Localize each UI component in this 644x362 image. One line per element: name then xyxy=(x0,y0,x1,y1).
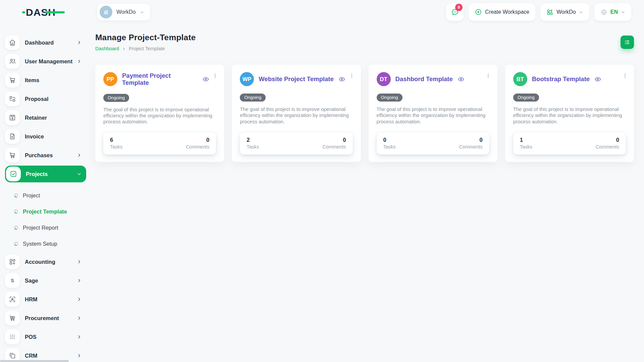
floppy-icon xyxy=(5,110,20,125)
swap-squares-icon xyxy=(5,92,20,106)
sidebar-subitem-project-report[interactable]: Project Report xyxy=(14,220,86,236)
card-title-link[interactable]: Payment Project Template xyxy=(122,72,198,86)
card-description: The goal of this project is to improve o… xyxy=(240,106,353,125)
sidebar-subitem-project[interactable]: Project xyxy=(14,187,86,203)
create-workspace-button[interactable]: Create Workspace xyxy=(469,3,535,21)
grid-plus-icon xyxy=(5,254,20,269)
kebab-menu-icon[interactable] xyxy=(485,71,492,80)
avatar: DT xyxy=(377,72,391,86)
comments-label: Comments xyxy=(596,144,619,149)
sidebar-subitem-project-template[interactable]: Project Template xyxy=(14,203,86,220)
comments-count: 0 xyxy=(322,137,346,143)
dash-logo[interactable]: DASH xyxy=(22,5,65,19)
check-square-icon xyxy=(6,167,21,181)
list-view-button[interactable] xyxy=(621,36,634,49)
status-badge: Ongoing xyxy=(377,94,402,102)
sidebar-item-label: CRM xyxy=(25,353,38,359)
eye-icon[interactable] xyxy=(202,76,209,83)
sidebar-item-hrm[interactable]: HRM xyxy=(5,292,86,307)
sidebar-item-user-management[interactable]: User Management xyxy=(5,54,86,69)
project-template-cards: PP Payment Project Template Ongoing The … xyxy=(95,65,634,162)
project-template-card: PP Payment Project Template Ongoing The … xyxy=(95,65,224,162)
building-icon xyxy=(102,8,110,16)
language-label: EN xyxy=(610,9,618,15)
breadcrumb: Dashboard Project Template xyxy=(95,46,196,51)
kebab-menu-icon[interactable] xyxy=(211,71,219,80)
sidebar-item-dashboard[interactable]: Dashboard xyxy=(5,35,86,50)
chevron-right-icon xyxy=(122,47,126,51)
user-focus-icon xyxy=(5,292,20,307)
chevron-right-icon xyxy=(77,335,82,339)
app-selector[interactable]: WorkDo xyxy=(540,3,589,21)
sidebar-item-sage[interactable]: S Sage xyxy=(5,273,86,288)
workspace-avatar xyxy=(100,6,112,18)
grid-plus-icon xyxy=(546,9,553,16)
sidebar-item-label: Projects xyxy=(26,171,48,177)
tasks-count: 2 xyxy=(247,137,259,143)
card-stats: 2 Tasks 0 Comments xyxy=(240,132,353,155)
comments-count: 0 xyxy=(186,137,209,143)
card-stats: 1 Tasks 0 Comments xyxy=(513,132,626,155)
project-template-card: WP Website Project Template Ongoing The … xyxy=(232,65,361,162)
kebab-menu-icon[interactable] xyxy=(621,71,629,80)
sidebar-item-retainer[interactable]: Retainer xyxy=(5,110,86,125)
tasks-label: Tasks xyxy=(247,144,259,149)
sidebar-item-pos[interactable]: POS xyxy=(5,329,86,344)
sidebar-item-proposal[interactable]: Proposal xyxy=(5,92,86,106)
sidebar-item-label: POS xyxy=(25,334,37,340)
sidebar-item-label: Dashboard xyxy=(25,40,54,46)
sidebar-item-purchases[interactable]: Purchases xyxy=(5,148,86,163)
svg-text:S: S xyxy=(11,278,14,283)
chevron-right-icon xyxy=(77,59,82,64)
scrollbar[interactable] xyxy=(0,360,69,362)
sidebar-item-label: Sage xyxy=(25,278,38,284)
sidebar-item-label: Invoice xyxy=(25,133,44,140)
sidebar-item-accounting[interactable]: Accounting xyxy=(5,254,86,269)
sidebar-item-projects[interactable]: Projects xyxy=(5,166,86,182)
comments-label: Comments xyxy=(459,144,483,149)
project-template-card: BT Bootstrap Template Ongoing The goal o… xyxy=(505,65,634,162)
sidebar-item-procurement[interactable]: Procurement xyxy=(5,311,86,325)
main-content: Manage Project-Template Dashboard Projec… xyxy=(86,24,644,162)
sidebar-item-invoice[interactable]: Invoice xyxy=(5,129,86,144)
eye-icon[interactable] xyxy=(338,76,345,83)
eye-icon[interactable] xyxy=(458,76,465,83)
document-icon xyxy=(5,129,20,144)
chevron-right-icon xyxy=(77,153,82,158)
tasks-label: Tasks xyxy=(520,144,532,149)
card-title-link[interactable]: Dashbord Template xyxy=(395,75,453,82)
sage-icon: S xyxy=(5,273,20,288)
app-selector-label: WorkDo xyxy=(556,9,576,15)
bullet-icon xyxy=(14,193,18,197)
chevron-right-icon xyxy=(77,316,82,320)
breadcrumb-dashboard-link[interactable]: Dashboard xyxy=(95,46,119,51)
language-selector[interactable]: EN xyxy=(594,3,631,21)
sidebar-item-label: Retainer xyxy=(25,115,47,121)
bullet-icon xyxy=(14,242,18,246)
globe-icon xyxy=(600,9,607,16)
sidebar-item-label: Items xyxy=(25,77,39,83)
kebab-menu-icon[interactable] xyxy=(348,71,356,80)
projects-submenu: Project Project Template Project Report … xyxy=(5,185,86,254)
card-description: The goal of this project is to improve o… xyxy=(377,106,489,125)
workspace-selector[interactable]: WorkDo xyxy=(97,4,150,20)
sidebar: Dashboard User Management xyxy=(5,24,86,362)
home-icon xyxy=(5,35,20,50)
comments-count: 0 xyxy=(596,137,619,143)
card-title-link[interactable]: Bootstrap Template xyxy=(532,75,590,82)
card-stats: 0 Tasks 0 Comments xyxy=(377,132,489,155)
cart-icon xyxy=(5,148,20,163)
comments-label: Comments xyxy=(186,144,209,149)
chevron-down-icon xyxy=(140,10,144,14)
tasks-count: 1 xyxy=(520,137,532,143)
chevron-down-icon xyxy=(621,10,625,14)
tasks-label: Tasks xyxy=(110,144,122,149)
sidebar-item-label: Accounting xyxy=(25,259,55,265)
card-title-link[interactable]: Website Project Template xyxy=(259,75,333,82)
sidebar-item-items[interactable]: Items xyxy=(5,73,86,87)
breadcrumb-current: Project Template xyxy=(129,46,165,51)
dots-grid-icon xyxy=(5,329,20,344)
sidebar-subitem-system-setup[interactable]: System Setup xyxy=(14,236,86,252)
eye-icon[interactable] xyxy=(594,76,601,83)
messages-button[interactable]: 0 xyxy=(446,3,464,21)
